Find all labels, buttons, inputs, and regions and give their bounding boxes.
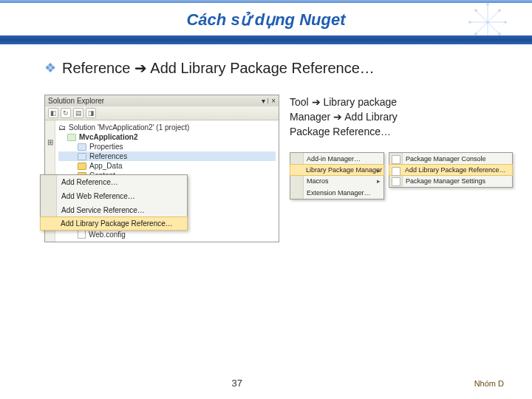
tools-menu[interactable]: Add-in Manager…Library Package Manager▸M… [290,152,384,200]
project-icon [67,134,76,141]
panel-controls-icon[interactable]: ▾ ⁝ × [262,97,276,105]
menu-item-icon [392,177,400,186]
submenu-chevron-icon: ▸ [377,177,381,185]
menu-item-icon [392,155,400,164]
folder-icon [78,163,86,170]
tree-node-row[interactable]: Properties [58,142,276,151]
tree-node-row[interactable]: Web.config [58,229,276,239]
toolbar-icon[interactable]: ◧ [48,108,58,118]
toolbar-icon[interactable]: ▤ [73,108,83,118]
pkg-submenu-item[interactable]: Package Manager Console [389,153,512,165]
toolbar-icon[interactable]: ◨ [86,108,96,118]
tree-node-row[interactable]: References [58,151,276,161]
slide-title: Cách sử dụng Nuget [0,10,532,30]
context-menu-item[interactable]: Add Reference… [41,175,187,189]
tree-node-label: Web.config [89,231,126,239]
hint-line: Tool ➔ Library package [290,95,513,109]
context-menu-item[interactable]: Add Library Package Reference… [40,216,188,231]
tree-node-row[interactable]: App_Data [58,161,276,171]
solution-explorer-title: Solution Explorer [48,97,104,105]
tools-menu-item[interactable]: Add-in Manager… [290,153,383,165]
tools-menu-item[interactable]: Library Package Manager▸ [290,164,384,176]
folder-icon [78,143,86,151]
toolbar-icon[interactable]: ↻ [61,108,71,118]
tree-solution-row[interactable]: 🗂Solution 'MvcApplication2' (1 project) [58,123,276,132]
tree-node-label: App_Data [89,162,122,170]
file-icon [78,230,86,239]
pkg-submenu-item[interactable]: Add Library Package Reference… [389,164,513,176]
solution-explorer-toolbar: ◧ ↻ ▤ ◨ [45,106,279,120]
context-menu-item[interactable]: Add Service Reference… [41,203,187,217]
pkg-submenu-item[interactable]: Package Manager Settings [389,175,512,187]
tree-project-row[interactable]: MvcApplication2 [58,132,276,142]
title-area: Cách sử dụng Nuget [0,3,532,34]
submenu-chevron-icon: ▸ [377,167,381,174]
references-context-menu[interactable]: Add Reference…Add Web Reference…Add Serv… [40,174,188,231]
title-divider-bar [0,35,532,44]
solution-icon: 🗂 [58,123,66,132]
tools-menu-item[interactable]: Extension Manager… [290,187,383,199]
diamond-bullet-icon: ❖ [44,58,56,78]
main-bullet: ❖ Reference ➔ Add Library Package Refere… [44,58,499,78]
bullet-after: Add Library Package Reference… [147,60,375,76]
hint-line: Package Reference… [290,124,513,139]
bullet-text: Reference ➔ Add Library Package Referenc… [62,58,375,78]
arrow-icon: ➔ [134,60,147,76]
tree-node-label: References [89,152,127,160]
bullet-before: Reference [62,60,134,76]
tree-node-label: Properties [89,143,123,151]
solution-explorer-titlebar: Solution Explorer ▾ ⁝ × [45,95,279,106]
package-manager-submenu[interactable]: Package Manager ConsoleAdd Library Packa… [389,152,513,188]
solution-label: Solution 'MvcApplication2' (1 project) [69,123,189,132]
context-menu-item[interactable]: Add Web Reference… [41,189,187,203]
page-number: 37 [232,378,242,389]
hint-text: Tool ➔ Library package Manager ➔ Add Lib… [290,95,513,139]
slide-footer: 37 Nhóm D [0,378,532,389]
hint-line: Manager ➔ Add Library [290,109,513,124]
tools-menu-item[interactable]: Macros▸ [290,175,383,187]
folder-icon [78,153,86,160]
project-label: MvcApplication2 [79,133,137,141]
group-label: Nhóm D [474,379,504,388]
